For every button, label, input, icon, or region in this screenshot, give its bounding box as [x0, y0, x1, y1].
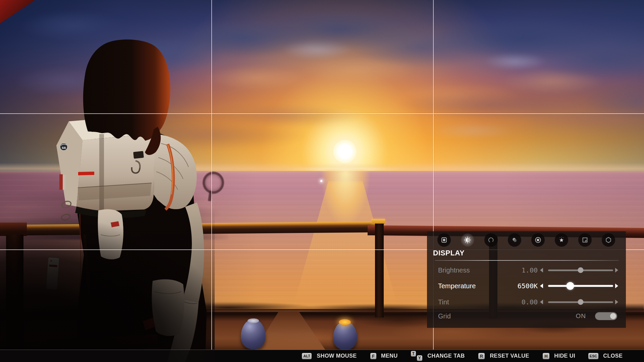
distant-light: [320, 180, 322, 182]
panel-divider: [435, 260, 619, 261]
key-h: H: [543, 353, 549, 359]
setting-label: Brightness: [438, 263, 470, 277]
hint-label: CHANGE TAB: [427, 353, 465, 359]
hint-label: SHOW MOUSE: [317, 353, 357, 359]
key-t-y: T Y: [411, 351, 422, 361]
slider-decrease-arrow[interactable]: [540, 284, 543, 288]
tab-photo-frame[interactable]: [437, 233, 451, 247]
star-icon: [558, 236, 565, 244]
tab-tone[interactable]: [508, 233, 521, 247]
setting-label: Grid: [438, 309, 451, 323]
slider-increase-arrow[interactable]: [615, 284, 618, 288]
hair: [83, 40, 170, 141]
hint-label: MENU: [381, 353, 398, 359]
slider-handle[interactable]: [578, 299, 584, 305]
slider-decrease-arrow[interactable]: [540, 268, 543, 273]
dome-pod-left-cap: [248, 318, 259, 323]
slider-handle[interactable]: [566, 282, 574, 290]
hexagon-icon: [605, 236, 612, 244]
frame-crop-icon: [581, 236, 589, 244]
setting-value: 6500K: [506, 279, 538, 293]
slider-handle[interactable]: [578, 267, 584, 273]
setting-label: Tint: [438, 295, 449, 309]
setting-row-tint: Tint 0.00: [427, 295, 626, 309]
key-alt: ALT: [302, 353, 312, 359]
hint-label: HIDE UI: [554, 353, 575, 359]
tab-effects[interactable]: [555, 233, 568, 247]
aperture-icon: [534, 236, 542, 244]
toggle-state-label: ON: [559, 309, 586, 323]
toggle-knob[interactable]: [610, 313, 616, 319]
panel-tab-bar: [437, 233, 615, 247]
railing-post-3: [375, 224, 384, 317]
foreground-shadow: [0, 208, 215, 362]
hint-show-mouse: ALT SHOW MOUSE: [302, 353, 358, 359]
hint-close: ESC CLOSE: [588, 353, 623, 359]
backpack-logo: sa: [60, 143, 67, 150]
shoulder-armor: [154, 133, 197, 209]
shortcut-hint-bar: ALT SHOW MOUSE F MENU T Y CHANGE TAB R R…: [0, 350, 644, 362]
hint-reset-value: R RESET VALUE: [478, 353, 530, 359]
setting-row-brightness: Brightness 1.00: [427, 263, 626, 277]
key-y: Y: [417, 355, 422, 361]
tint-slider[interactable]: [548, 301, 613, 303]
tab-aperture[interactable]: [531, 233, 545, 247]
setting-label: Temperature: [438, 279, 476, 293]
hint-label: RESET VALUE: [490, 353, 529, 359]
filter-arc-icon: [487, 236, 495, 244]
setting-row-grid: Grid ON: [427, 309, 626, 323]
grid-line-horizontal-1: [0, 113, 644, 114]
key-t: T: [411, 351, 416, 357]
key-f: F: [370, 353, 376, 359]
horizon-glow: [282, 168, 409, 170]
svg-text:sa: sa: [62, 145, 66, 149]
slider-decrease-arrow[interactable]: [540, 300, 543, 304]
brightness-slider[interactable]: [548, 269, 613, 271]
tab-shape[interactable]: [602, 233, 615, 247]
photo-frame-icon: [440, 236, 448, 244]
sun: [333, 140, 356, 163]
hint-change-tab: T Y CHANGE TAB: [411, 351, 466, 361]
setting-value: 1.00: [506, 263, 538, 277]
grid-toggle[interactable]: [595, 312, 617, 320]
setting-value: 0.00: [506, 295, 538, 309]
photo-settings-panel: DISPLAY Brightness 1.00 Temperature 6500…: [427, 231, 626, 328]
tab-filter[interactable]: [484, 233, 498, 247]
key-r: R: [478, 353, 485, 359]
tone-icon: [511, 236, 518, 244]
key-esc: ESC: [588, 353, 599, 359]
photo-mode-screen: sa: [0, 0, 644, 362]
tab-display[interactable]: [461, 233, 474, 247]
brightness-icon: [464, 236, 471, 244]
grid-line-vertical-1: [211, 0, 212, 350]
panel-title: DISPLAY: [433, 249, 465, 257]
tab-frame-crop[interactable]: [578, 233, 592, 247]
hint-hide-ui: H HIDE UI: [543, 353, 576, 359]
hint-menu: F MENU: [370, 353, 398, 359]
slider-increase-arrow[interactable]: [615, 300, 618, 304]
dome-pod-right-cap: [339, 319, 351, 325]
setting-row-temperature: Temperature 6500K: [427, 279, 626, 293]
temperature-slider[interactable]: [548, 285, 613, 287]
slider-increase-arrow[interactable]: [615, 268, 618, 273]
backpack-red-stripe: [78, 172, 94, 175]
hint-label: CLOSE: [603, 353, 623, 359]
